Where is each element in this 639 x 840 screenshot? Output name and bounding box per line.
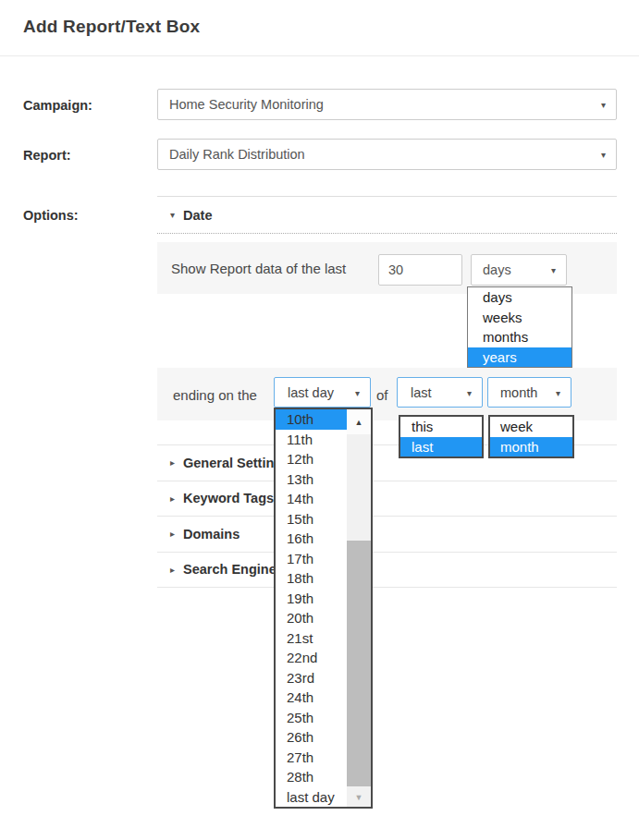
options-accordion: ▸ General Settings ▸ Keyword Tags ▸ Doma… [157,444,617,588]
dropdown-option[interactable]: 12th [276,449,347,469]
dropdown-option[interactable]: 23rd [276,668,347,688]
caret-right-icon: ▸ [170,457,175,468]
page-title: Add Report/Text Box [23,17,200,37]
report-select-value: Daily Rank Distribution [169,147,305,162]
chevron-down-icon: ▾ [355,387,360,397]
dropdown-option[interactable]: weeks [468,308,571,328]
period-select[interactable]: month ▾ [487,377,571,408]
dropdown-option[interactable]: 18th [276,568,347,589]
scroll-down-button[interactable]: ▼ [347,788,371,807]
day-select[interactable]: last day ▾ [274,377,371,408]
dropdown-option[interactable]: 28th [276,767,347,787]
date-end-row: ending on the last day ▾ of last ▾ month… [157,368,617,420]
day-dropdown-options: 10th11th12th13th14th15th16th17th18th19th… [276,409,347,807]
scrollbar-thumb[interactable] [347,541,371,786]
day-dropdown: 10th11th12th13th14th15th16th17th18th19th… [274,408,373,809]
chevron-down-icon: ▾ [551,265,556,275]
dropdown-option[interactable]: days [468,287,571,308]
chevron-down-icon: ▾ [601,150,606,160]
dropdown-option[interactable]: 14th [276,489,347,509]
caret-down-icon: ▾ [170,210,175,220]
unit-select[interactable]: days ▾ [471,254,567,286]
dropdown-option[interactable]: last [400,437,482,457]
chevron-down-icon: ▾ [467,387,472,397]
add-report-dialog: Add Report/Text Box Campaign: Home Secur… [0,0,639,840]
header-divider [0,55,639,56]
dropdown-option[interactable]: 27th [276,748,347,768]
dropdown-option[interactable]: 25th [276,708,347,728]
date-section-title: Date [183,208,212,223]
campaign-select-value: Home Security Monitoring [169,97,324,112]
relative-select-value: last [411,385,432,400]
count-input[interactable]: 30 [378,254,462,286]
arrow-down-icon: ▼ [355,793,363,802]
dropdown-option[interactable]: 26th [276,727,347,748]
dropdown-option[interactable]: years [468,347,571,368]
dropdown-option[interactable]: 20th [276,608,347,628]
chevron-down-icon: ▾ [556,387,560,397]
dropdown-option[interactable]: last day [276,787,347,808]
dropdown-option[interactable]: 19th [276,589,347,609]
section-header-search-engines[interactable]: ▸ Search Engines [157,552,617,588]
dropdown-option[interactable]: month [490,437,572,457]
caret-right-icon: ▸ [170,529,175,539]
date-range-text: Show Report data of the last [171,261,346,276]
report-select[interactable]: Daily Rank Distribution ▾ [157,139,617,170]
dropdown-option[interactable]: this [400,417,482,437]
day-select-value: last day [288,385,334,400]
section-title: Domains [183,527,240,542]
period-dropdown: weekmonth [488,415,574,458]
dropdown-option[interactable]: 11th [276,430,347,450]
campaign-select[interactable]: Home Security Monitoring ▾ [157,89,617,120]
dropdown-option[interactable]: 15th [276,509,347,530]
caret-right-icon: ▸ [170,565,175,575]
unit-dropdown: daysweeksmonthsyears [467,286,572,368]
unit-select-value: days [483,262,511,277]
period-select-value: month [500,385,537,400]
options-label: Options: [23,208,79,223]
report-label: Report: [23,148,71,163]
of-text: of [376,386,388,402]
dropdown-option[interactable]: months [468,327,571,347]
section-title: Keyword Tags [183,491,274,505]
campaign-label: Campaign: [23,98,92,113]
section-header-domains[interactable]: ▸ Domains [157,516,617,552]
dropdown-option[interactable]: 10th [276,409,347,430]
relative-select[interactable]: last ▾ [397,377,483,408]
scrollbar[interactable]: ▲ ▼ [347,409,371,807]
section-title: Search Engines [183,562,284,577]
dropdown-option[interactable]: 22nd [276,648,347,668]
dropdown-option[interactable]: 21st [276,628,347,649]
arrow-up-icon: ▲ [355,418,363,427]
caret-right-icon: ▸ [170,493,175,504]
dropdown-option[interactable]: 24th [276,688,347,708]
chevron-down-icon: ▾ [601,100,606,110]
relative-dropdown: thislast [399,415,484,458]
section-header-date[interactable]: ▾ Date [157,196,617,234]
section-header-keyword-tags[interactable]: ▸ Keyword Tags [157,481,617,517]
scroll-up-button[interactable]: ▲ [347,409,371,434]
dropdown-option[interactable]: 13th [276,469,347,490]
scrollbar-track[interactable] [347,434,371,788]
dropdown-option[interactable]: 17th [276,549,347,569]
ending-text: ending on the [173,386,257,402]
dropdown-option[interactable]: 16th [276,529,347,549]
dropdown-option[interactable]: week [490,417,572,437]
count-input-value: 30 [388,262,403,277]
